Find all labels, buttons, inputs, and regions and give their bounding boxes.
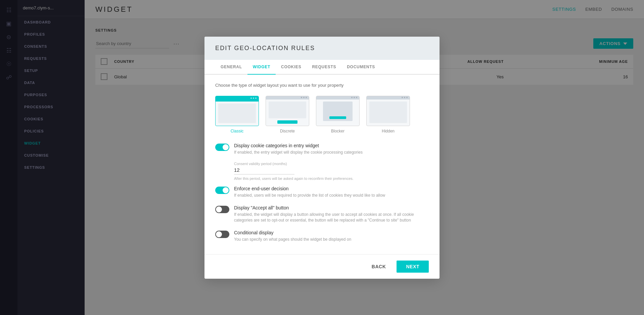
toggle-display-accept-all-title: Display "Accept all" button <box>234 205 429 210</box>
layout-preview-discrete <box>266 96 309 126</box>
consent-validity-input[interactable] <box>234 166 294 174</box>
toggle-knob <box>223 144 229 150</box>
modal-header: EDIT GEO-LOCATION RULES <box>204 37 440 60</box>
consent-validity-hint: After this period, users will be asked a… <box>234 176 429 181</box>
modal-body: Choose the type of widget layout you wan… <box>204 75 440 254</box>
toggle-display-accept-all-content: Display "Accept all" button If enabled, … <box>234 205 429 223</box>
toggle-display-accept-all-switch[interactable] <box>215 206 229 213</box>
toggle-enforce-end-user-desc: If enabled, users will be required to pr… <box>234 193 429 198</box>
toggle-display-cookie-categories-desc: If enabled, the entry widget will displa… <box>234 150 429 155</box>
layout-option-classic[interactable]: Classic <box>215 96 259 133</box>
toggle-enforce-end-user-content: Enforce end-user decision If enabled, us… <box>234 186 429 198</box>
modal: EDIT GEO-LOCATION RULES GENERAL WIDGET C… <box>204 37 440 279</box>
toggle-display-cookie-categories-switch[interactable] <box>215 144 229 151</box>
layout-label-hidden: Hidden <box>382 129 395 133</box>
toggle-display-accept-all: Display "Accept all" button If enabled, … <box>215 205 429 223</box>
toggle-knob-2 <box>223 187 229 193</box>
modal-overlay: EDIT GEO-LOCATION RULES GENERAL WIDGET C… <box>0 0 644 315</box>
layout-option-blocker[interactable]: Blocker <box>316 96 360 133</box>
toggle-display-accept-all-desc: If enabled, the widget will display a bu… <box>234 212 429 223</box>
toggle-conditional-display-content: Conditional display You can specify on w… <box>234 230 429 242</box>
layout-preview-classic <box>215 96 259 126</box>
modal-subtitle: Choose the type of widget layout you wan… <box>215 83 429 88</box>
layout-label-classic: Classic <box>231 129 244 133</box>
toggle-enforce-end-user-switch[interactable] <box>215 187 229 194</box>
modal-tab-requests[interactable]: REQUESTS <box>307 60 341 75</box>
toggle-enforce-end-user-title: Enforce end-user decision <box>234 186 429 191</box>
consent-validity-label: Consent validity period (months) <box>234 162 429 166</box>
modal-tab-cookies[interactable]: COOKIES <box>276 60 307 75</box>
layout-option-hidden[interactable]: Hidden <box>366 96 410 133</box>
toggle-conditional-display-title: Conditional display <box>234 230 429 235</box>
layout-preview-blocker <box>316 96 360 126</box>
consent-validity-field: Consent validity period (months) <box>234 162 429 174</box>
modal-footer: BACK NEXT <box>204 254 440 279</box>
toggle-display-cookie-categories-content: Display cookie categories in entry widge… <box>234 143 429 155</box>
toggle-conditional-display-desc: You can specify on what pages should the… <box>234 237 429 242</box>
toggle-display-cookie-categories: Display cookie categories in entry widge… <box>215 143 429 155</box>
toggle-knob-4 <box>216 231 222 237</box>
layout-option-discrete[interactable]: Discrete <box>266 96 309 133</box>
back-button[interactable]: BACK <box>365 261 393 273</box>
modal-tabs: GENERAL WIDGET COOKIES REQUESTS DOCUMENT… <box>204 60 440 75</box>
modal-tab-documents[interactable]: DOCUMENTS <box>341 60 380 75</box>
modal-title: EDIT GEO-LOCATION RULES <box>215 45 429 52</box>
layout-label-discrete: Discrete <box>280 129 295 133</box>
layout-preview-hidden <box>366 96 410 126</box>
toggle-knob-3 <box>216 206 222 212</box>
modal-tab-general[interactable]: GENERAL <box>215 60 247 75</box>
toggle-enforce-end-user: Enforce end-user decision If enabled, us… <box>215 186 429 198</box>
layout-label-blocker: Blocker <box>331 129 344 133</box>
next-button[interactable]: NEXT <box>397 261 429 273</box>
toggle-conditional-display-switch[interactable] <box>215 231 229 238</box>
toggle-conditional-display: Conditional display You can specify on w… <box>215 230 429 242</box>
modal-tab-widget[interactable]: WIDGET <box>247 60 276 75</box>
layout-options: Classic Discrete <box>215 96 429 133</box>
toggle-display-cookie-categories-title: Display cookie categories in entry widge… <box>234 143 429 148</box>
